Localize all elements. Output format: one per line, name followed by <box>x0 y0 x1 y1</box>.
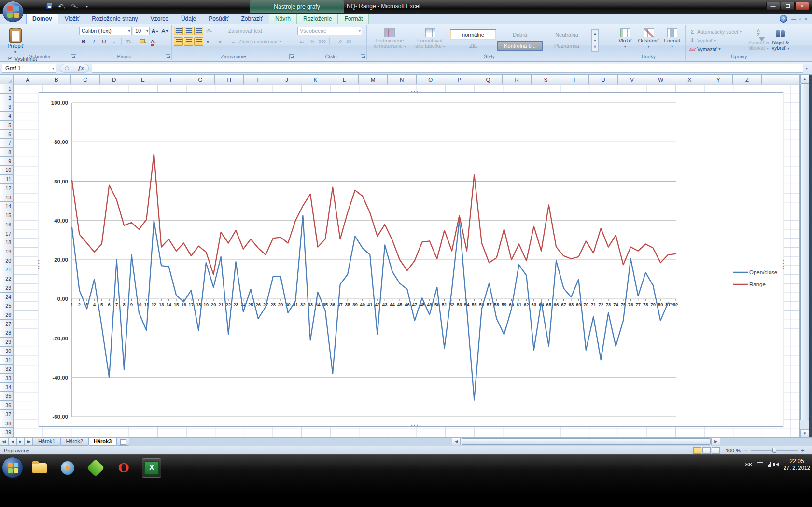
column-header-S[interactable]: S <box>532 75 560 84</box>
row-header-27[interactable]: 27 <box>0 320 14 329</box>
row-header-20[interactable]: 20 <box>0 256 14 266</box>
column-header-Y[interactable]: Y <box>704 75 733 84</box>
row-header-4[interactable]: 4 <box>0 112 14 121</box>
row-header-6[interactable]: 6 <box>0 130 14 139</box>
align-bottom-button[interactable] <box>194 27 203 35</box>
chart-handle-right[interactable]: ···· <box>782 260 784 271</box>
ribbon-tab-návrh[interactable]: Návrh <box>269 14 297 24</box>
ribbon-tab-údaje[interactable]: Údaje <box>175 14 202 24</box>
restore-button[interactable] <box>781 2 795 10</box>
underline-dropdown[interactable]: ▾ <box>110 37 119 46</box>
chart-handle-bottom[interactable]: ···· <box>411 424 422 427</box>
column-header-V[interactable]: V <box>618 75 647 84</box>
format-as-table-button[interactable]: Formátovaťako tabuľku ▾ <box>410 27 450 54</box>
first-sheet-button[interactable]: ◀▮ <box>0 438 8 446</box>
column-header-D[interactable]: D <box>100 75 129 84</box>
row-header-5[interactable]: 5 <box>0 121 14 130</box>
ribbon-tab-vzorce[interactable]: Vzorce <box>144 14 175 24</box>
taskbar-icon-opera[interactable]: O <box>114 458 133 478</box>
orientation-button[interactable]: ⇗▾ <box>204 27 213 35</box>
taskbar-icon-downloader[interactable] <box>86 458 105 478</box>
taskbar-icon-explorer[interactable] <box>30 458 49 478</box>
row-header-8[interactable]: 8 <box>0 148 14 157</box>
row-header-14[interactable]: 14 <box>0 202 14 211</box>
align-center-button[interactable] <box>184 37 193 46</box>
row-header-9[interactable]: 9 <box>0 157 14 166</box>
row-header-32[interactable]: 32 <box>0 365 14 374</box>
font-size-combo[interactable]: 10▾ <box>133 27 150 35</box>
increase-indent-button[interactable]: ⇥ <box>214 37 224 46</box>
chart-handle-top[interactable]: ···· <box>411 90 422 93</box>
chart-object[interactable]: 100,0080,0060,0040,0020,000,00-20,00-40,… <box>39 92 783 427</box>
column-header-B[interactable]: B <box>42 75 71 84</box>
increase-decimal-button[interactable]: ←,0 <box>332 37 344 46</box>
tray-clock[interactable]: 22:05 27. 2. 2012 <box>784 458 810 471</box>
volume-icon[interactable] <box>776 462 779 467</box>
align-right-button[interactable] <box>194 37 203 46</box>
find-select-button[interactable]: Nájsť &vybrať ▾ <box>770 27 791 54</box>
bold-button[interactable]: B <box>79 37 88 46</box>
row-header-24[interactable]: 24 <box>0 293 14 302</box>
page-layout-view-button[interactable] <box>702 447 711 454</box>
chart-handle-left[interactable]: ···· <box>37 260 40 271</box>
row-header-35[interactable]: 35 <box>0 392 14 401</box>
page-break-view-button[interactable] <box>712 447 720 454</box>
row-header-16[interactable]: 16 <box>0 220 14 229</box>
align-middle-button[interactable] <box>184 27 193 35</box>
column-header-A[interactable]: A <box>14 75 42 84</box>
conditional-formatting-button[interactable]: Podmienenéformátovanie ▾ <box>369 27 410 54</box>
row-header-3[interactable]: 3 <box>0 102 14 112</box>
scroll-up-icon[interactable]: ▲ <box>800 75 809 83</box>
normal-view-button[interactable] <box>693 447 701 454</box>
row-header-2[interactable]: 2 <box>0 94 14 103</box>
shrink-font-button[interactable]: A▼ <box>161 27 169 35</box>
column-header-I[interactable]: I <box>244 75 273 84</box>
column-header-O[interactable]: O <box>417 75 446 84</box>
row-header-29[interactable]: 29 <box>0 338 14 347</box>
zoom-slider[interactable] <box>751 450 798 451</box>
minimize-button[interactable]: — <box>766 2 780 10</box>
merge-center-button[interactable]: ↔Zlúčiť a centrovať▾ <box>229 37 283 45</box>
row-header-11[interactable]: 11 <box>0 175 14 184</box>
zoom-level[interactable]: 100 % <box>726 448 741 453</box>
decrease-indent-button[interactable]: ⇤ <box>204 37 213 46</box>
select-all-corner[interactable] <box>0 75 14 84</box>
format-cells-button[interactable]: Formát▾ <box>661 27 683 54</box>
clear-button[interactable]: Vymazať▾ <box>687 45 746 53</box>
column-header-H[interactable]: H <box>215 75 244 84</box>
insert-worksheet-button[interactable] <box>117 438 129 446</box>
ribbon-tab-formát[interactable]: Formát <box>338 14 369 24</box>
font-dialog-launcher[interactable] <box>166 54 170 59</box>
name-box[interactable]: Graf 1▾ <box>2 64 56 73</box>
column-header-F[interactable]: F <box>157 75 186 84</box>
row-header-15[interactable]: 15 <box>0 211 14 220</box>
sort-filter-button[interactable]: AZ Zoradiť afiltrovať ▾ <box>746 27 770 54</box>
row-header-38[interactable]: 38 <box>0 419 14 428</box>
ribbon-tab-domov[interactable]: Domov <box>26 14 58 24</box>
fill-button[interactable]: ⬇Vyplniť▾ <box>687 36 746 44</box>
ribbon-tab-vložiť[interactable]: Vložiť <box>58 14 86 24</box>
styles-gallery-scroll[interactable]: ▲▼⊽ <box>591 29 599 52</box>
save-button[interactable] <box>44 2 54 11</box>
column-header-W[interactable]: W <box>646 75 675 84</box>
vertical-scrollbar[interactable]: ▲ ▼ <box>799 75 809 437</box>
column-header-X[interactable]: X <box>675 75 704 84</box>
italic-button[interactable]: I <box>89 37 98 46</box>
row-header-7[interactable]: 7 <box>0 139 14 148</box>
row-header-26[interactable]: 26 <box>0 310 14 320</box>
taskbar-icon-media-player[interactable] <box>58 458 77 478</box>
column-header-T[interactable]: T <box>560 75 589 84</box>
column-header-C[interactable]: C <box>71 75 100 84</box>
borders-button[interactable]: ⊞▾ <box>124 37 133 46</box>
sheet-tab-hárok1[interactable]: Hárok1 <box>33 438 60 446</box>
column-header-R[interactable]: R <box>503 75 532 84</box>
row-header-31[interactable]: 31 <box>0 356 14 365</box>
row-header-1[interactable]: 1 <box>0 84 14 94</box>
row-header-28[interactable]: 28 <box>0 328 14 338</box>
insert-cells-button[interactable]: Vložiť▾ <box>614 27 636 54</box>
cell-style-dobr-[interactable]: Dobrá <box>497 29 543 40</box>
horizontal-scroll-thumb[interactable] <box>462 438 711 445</box>
horizontal-scroll-track[interactable] <box>461 438 712 445</box>
column-header-J[interactable]: J <box>272 75 301 84</box>
zoom-slider-thumb[interactable] <box>772 448 776 453</box>
